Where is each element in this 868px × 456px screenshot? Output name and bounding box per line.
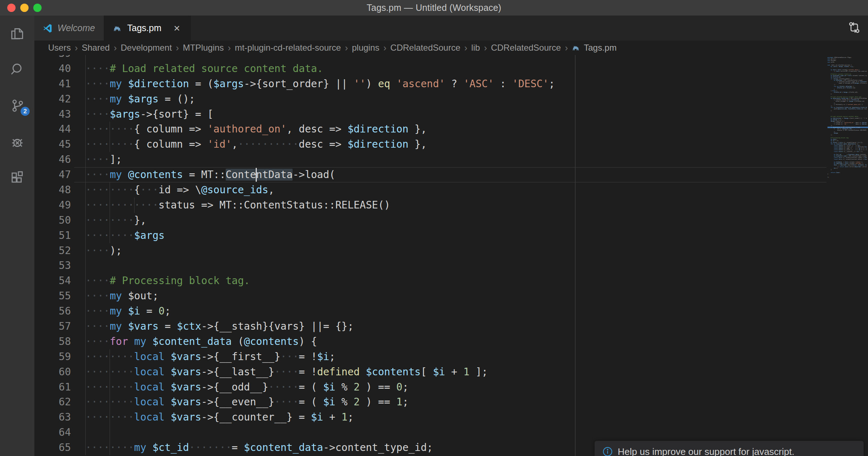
code-line-56[interactable]: 56····my $i = 0;: [34, 304, 868, 319]
line-number[interactable]: 44: [34, 122, 71, 137]
code-line-59[interactable]: 59········local $vars->{__first__}···= !…: [34, 349, 868, 364]
indent-guide: [85, 380, 86, 395]
line-number[interactable]: 47: [34, 167, 71, 182]
line-number[interactable]: 43: [34, 107, 71, 122]
code-text: ········{ column => 'authored_on', desc …: [85, 122, 427, 137]
traffic-lights: [7, 0, 42, 16]
breadcrumb-item[interactable]: MTPlugins: [183, 43, 224, 53]
code-line-60[interactable]: 60········local $vars->{__last__}····= !…: [34, 364, 868, 380]
indent-guide: [85, 107, 86, 122]
code-line-43[interactable]: 43····$args->{sort} = [: [34, 107, 868, 122]
breadcrumb-item[interactable]: Users: [48, 43, 71, 53]
line-number[interactable]: 57: [34, 319, 71, 334]
perl-camel-icon: [113, 24, 122, 33]
line-number[interactable]: 64: [34, 425, 71, 440]
line-number[interactable]: 59: [34, 349, 71, 364]
line-number[interactable]: 63: [34, 410, 71, 425]
line-number[interactable]: 60: [34, 364, 71, 380]
indent-guide: [110, 440, 110, 455]
indent-guide: [85, 213, 86, 228]
line-number[interactable]: 45: [34, 137, 71, 152]
line-number[interactable]: 40: [34, 61, 71, 76]
line-number[interactable]: 42: [34, 92, 71, 107]
code-line-49[interactable]: 49············status => MT::ContentStatu…: [34, 198, 868, 213]
line-number[interactable]: 49: [34, 198, 71, 213]
breadcrumb: Users›Shared›Development›MTPlugins›mt-pl…: [34, 41, 868, 55]
indent-guide: [110, 228, 110, 243]
code-text: ········{···id => \@source_ids,: [85, 182, 275, 198]
code-line-47[interactable]: 47····my @contents = MT::ContentData->lo…: [34, 167, 868, 182]
code-text: ····my $vars = $ctx->{__stash}{vars} ||=…: [85, 319, 354, 334]
code-line-58[interactable]: 58····for my $content_data (@contents) {: [34, 334, 868, 349]
breadcrumb-separator: ›: [114, 43, 116, 53]
code-line-46[interactable]: 46····];: [34, 152, 868, 167]
indent-guide: [85, 152, 86, 167]
code-line-64[interactable]: 64: [34, 425, 868, 440]
breadcrumb-item[interactable]: mt-plugin-cd-related-source: [235, 43, 341, 53]
line-number[interactable]: 50: [34, 213, 71, 228]
line-number[interactable]: 53: [34, 258, 71, 273]
code-line-51[interactable]: 51········$args: [34, 228, 868, 243]
code-line-50[interactable]: 50········},: [34, 213, 868, 228]
code-line-42[interactable]: 42····my $args = ();: [34, 92, 868, 107]
code-line-48[interactable]: 48········{···id => \@source_ids,: [34, 182, 868, 198]
line-number[interactable]: 52: [34, 243, 71, 258]
line-number[interactable]: 54: [34, 273, 71, 288]
line-number[interactable]: 58: [34, 334, 71, 349]
code-line-39[interactable]: 39: [34, 55, 868, 61]
activity-extensions-icon[interactable]: [0, 170, 34, 186]
minimap[interactable]: package CDRelatedSource::Tags;use strict…: [827, 57, 868, 178]
breadcrumb-item[interactable]: CDRelatedSource: [491, 43, 561, 53]
code-line-63[interactable]: 63········local $vars->{__counter__} = $…: [34, 410, 868, 425]
indent-guide: [85, 167, 86, 182]
activity-debug-icon[interactable]: [0, 134, 34, 150]
code-text: ········my $ct_id·······= $content_data-…: [85, 440, 433, 455]
code-editor[interactable]: 3940····# Load related source content da…: [34, 55, 868, 456]
indent-guide: [110, 380, 110, 395]
tab-welcome[interactable]: Welcome: [34, 16, 104, 41]
line-number[interactable]: 41: [34, 76, 71, 92]
line-number[interactable]: 62: [34, 394, 71, 410]
code-line-44[interactable]: 44········{ column => 'authored_on', des…: [34, 122, 868, 137]
activity-files-icon[interactable]: [0, 25, 34, 42]
breadcrumb-item[interactable]: Shared: [82, 43, 110, 53]
code-text: ········local $vars->{__even__}····= ( $…: [85, 394, 409, 410]
code-line-52[interactable]: 52····);: [34, 243, 868, 258]
code-line-55[interactable]: 55····my $out;: [34, 288, 868, 304]
line-number[interactable]: 46: [34, 152, 71, 167]
breadcrumb-separator: ›: [345, 43, 348, 53]
breadcrumb-item[interactable]: plugins: [352, 43, 379, 53]
breadcrumb-file[interactable]: Tags.pm: [572, 43, 617, 53]
code-line-41[interactable]: 41····my $direction = ($args->{sort_orde…: [34, 76, 868, 92]
code-text: ········local $vars->{__first__}···= !$i…: [85, 349, 335, 364]
close-window-button[interactable]: [7, 4, 16, 12]
line-number[interactable]: 61: [34, 380, 71, 395]
line-number[interactable]: 55: [34, 288, 71, 304]
code-line-61[interactable]: 61········local $vars->{__odd__}·····= (…: [34, 380, 868, 395]
titlebar: Tags.pm — Untitled (Workspace): [0, 0, 868, 16]
line-number[interactable]: 48: [34, 182, 71, 198]
tab-tags-pm[interactable]: Tags.pm×: [104, 16, 191, 41]
breadcrumb-item[interactable]: Development: [121, 43, 172, 53]
code-line-54[interactable]: 54····# Processing block tag.: [34, 273, 868, 288]
code-line-57[interactable]: 57····my $vars = $ctx->{__stash}{vars} |…: [34, 319, 868, 334]
breadcrumb-item[interactable]: lib: [471, 43, 480, 53]
minimize-window-button[interactable]: [20, 4, 29, 12]
line-number[interactable]: 39: [34, 55, 71, 61]
breadcrumb-item[interactable]: CDRelatedSource: [390, 43, 460, 53]
notification-toast[interactable]: Help us improve our support for javascri…: [595, 441, 864, 456]
swap-editors-icon[interactable]: [848, 21, 861, 35]
code-line-53[interactable]: 53: [34, 258, 868, 273]
line-number[interactable]: 56: [34, 304, 71, 319]
code-line-62[interactable]: 62········local $vars->{__even__}····= (…: [34, 394, 868, 410]
zoom-window-button[interactable]: [33, 4, 42, 12]
line-number[interactable]: 51: [34, 228, 71, 243]
close-icon[interactable]: ×: [172, 23, 182, 34]
activity-search-icon[interactable]: [0, 61, 34, 78]
activity-source-control-icon[interactable]: 2: [0, 97, 34, 114]
code-text: ····);: [85, 243, 122, 258]
line-number[interactable]: 65: [34, 440, 71, 455]
code-text: ····# Processing block tag.: [85, 273, 250, 288]
code-line-45[interactable]: 45········{ column => 'id',··········des…: [34, 137, 868, 152]
code-line-40[interactable]: 40····# Load related source content data…: [34, 61, 868, 76]
